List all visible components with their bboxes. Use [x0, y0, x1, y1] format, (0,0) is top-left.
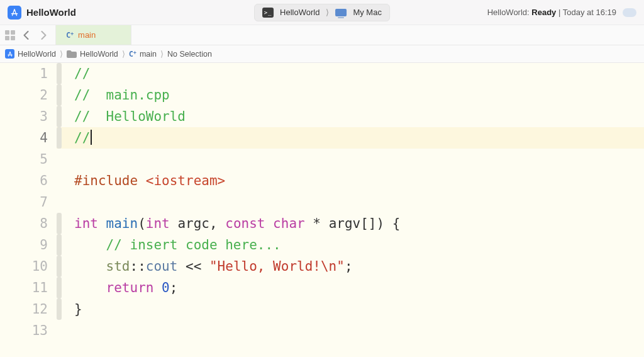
status-prefix: HelloWorld: — [487, 8, 532, 17]
change-ribbon — [57, 63, 62, 84]
code-line[interactable]: 9 // insert code here... — [0, 234, 644, 256]
line-number: 3 — [0, 106, 57, 127]
line-number: 2 — [0, 84, 57, 106]
status-state: Ready — [531, 8, 556, 17]
code-line[interactable]: 10 std::cout << "Hello, World!\n"; — [0, 256, 644, 277]
jump-bar-selection[interactable]: No Selection — [167, 50, 212, 59]
code-line[interactable]: 12} — [0, 298, 644, 320]
line-number: 12 — [0, 298, 57, 320]
code-content[interactable] — [63, 320, 644, 341]
jump-bar-project[interactable]: HelloWorld — [5, 49, 56, 59]
chevron-right-icon: ⟩ — [122, 49, 125, 59]
code-line[interactable]: 4// — [0, 127, 644, 149]
line-number: 1 — [0, 63, 57, 84]
scheme-destination-selector[interactable]: >_ HelloWorld ⟩ My Mac — [254, 4, 390, 21]
tab-main[interactable]: C+ main — [56, 25, 131, 45]
line-number: 11 — [0, 277, 57, 298]
line-number: 7 — [0, 191, 57, 213]
jump-bar-selection-label: No Selection — [167, 50, 212, 59]
change-ribbon — [57, 127, 62, 149]
line-number: 4 — [0, 127, 57, 149]
code-line[interactable]: 13 — [0, 320, 644, 341]
change-ribbon — [57, 191, 62, 213]
code-content[interactable]: // — [63, 63, 644, 84]
code-line[interactable]: 8int main(int argc, const char * argv[])… — [0, 213, 644, 234]
terminal-icon: >_ — [262, 8, 274, 18]
app-store-icon — [8, 6, 21, 20]
code-content[interactable]: return 0; — [63, 277, 644, 298]
code-line[interactable]: 3// HelloWorld — [0, 106, 644, 127]
nav-back-button[interactable] — [19, 28, 33, 42]
code-line[interactable]: 5 — [0, 149, 644, 170]
line-number: 10 — [0, 256, 57, 277]
change-ribbon — [57, 170, 62, 191]
change-ribbon — [57, 298, 62, 320]
jump-bar[interactable]: HelloWorld ⟩ HelloWorld ⟩ C+ main ⟩ No S… — [0, 45, 644, 63]
code-content[interactable] — [63, 149, 644, 170]
chevron-right-icon: ⟩ — [60, 49, 63, 59]
code-content[interactable]: int main(int argc, const char * argv[]) … — [63, 213, 644, 234]
status-time: Today at 16:19 — [563, 8, 616, 17]
activity-status: HelloWorld: Ready | Today at 16:19 — [487, 8, 636, 17]
cpp-file-icon: C+ — [129, 50, 136, 59]
line-number: 13 — [0, 320, 57, 341]
jump-bar-folder-label: HelloWorld — [80, 50, 118, 59]
code-line[interactable]: 7 — [0, 191, 644, 213]
project-name: HelloWorld — [26, 7, 76, 18]
jump-bar-file[interactable]: C+ main — [129, 50, 157, 59]
code-content[interactable]: // — [63, 127, 644, 149]
code-line[interactable]: 1// — [0, 63, 644, 84]
change-ribbon — [57, 149, 62, 170]
code-line[interactable]: 11 return 0; — [0, 277, 644, 298]
change-ribbon — [57, 84, 62, 106]
line-number: 9 — [0, 234, 57, 256]
code-content[interactable] — [63, 191, 644, 213]
change-ribbon — [57, 213, 62, 234]
code-content[interactable]: std::cout << "Hello, World!\n"; — [63, 256, 644, 277]
code-editor[interactable]: 1//2// main.cpp3// HelloWorld4//56#inclu… — [0, 63, 644, 357]
code-content[interactable]: // insert code here... — [63, 234, 644, 256]
related-items-icon[interactable] — [5, 30, 15, 40]
tab-bar: C+ main — [0, 25, 644, 45]
change-ribbon — [57, 320, 62, 341]
change-ribbon — [57, 256, 62, 277]
change-ribbon — [57, 234, 62, 256]
jump-bar-folder[interactable]: HelloWorld — [67, 50, 118, 59]
cpp-file-icon: C+ — [66, 31, 74, 40]
line-number: 5 — [0, 149, 57, 170]
destination-name: My Mac — [353, 8, 382, 17]
project-icon — [5, 49, 14, 59]
text-cursor — [91, 130, 92, 145]
toolbar: HelloWorld >_ HelloWorld ⟩ My Mac HelloW… — [0, 0, 644, 25]
line-number: 6 — [0, 170, 57, 191]
line-number: 8 — [0, 213, 57, 234]
folder-icon — [67, 50, 77, 58]
code-line[interactable]: 2// main.cpp — [0, 84, 644, 106]
code-content[interactable]: #include <iostream> — [63, 170, 644, 191]
code-line[interactable]: 6#include <iostream> — [0, 170, 644, 191]
change-ribbon — [57, 106, 62, 127]
code-content[interactable]: } — [63, 298, 644, 320]
change-ribbon — [57, 277, 62, 298]
jump-bar-file-label: main — [140, 50, 157, 59]
mac-icon — [335, 9, 347, 16]
nav-forward-button[interactable] — [36, 28, 50, 42]
chevron-right-icon: ⟩ — [326, 8, 329, 17]
chevron-right-icon: ⟩ — [160, 49, 164, 59]
code-content[interactable]: // main.cpp — [63, 84, 644, 106]
code-content[interactable]: // HelloWorld — [63, 106, 644, 127]
status-sep: | — [556, 8, 562, 17]
cloud-icon — [623, 8, 636, 17]
scheme-name: HelloWorld — [280, 8, 319, 17]
tab-bar-left-controls — [0, 25, 56, 45]
tab-label: main — [78, 30, 96, 40]
jump-bar-project-label: HelloWorld — [18, 50, 56, 59]
